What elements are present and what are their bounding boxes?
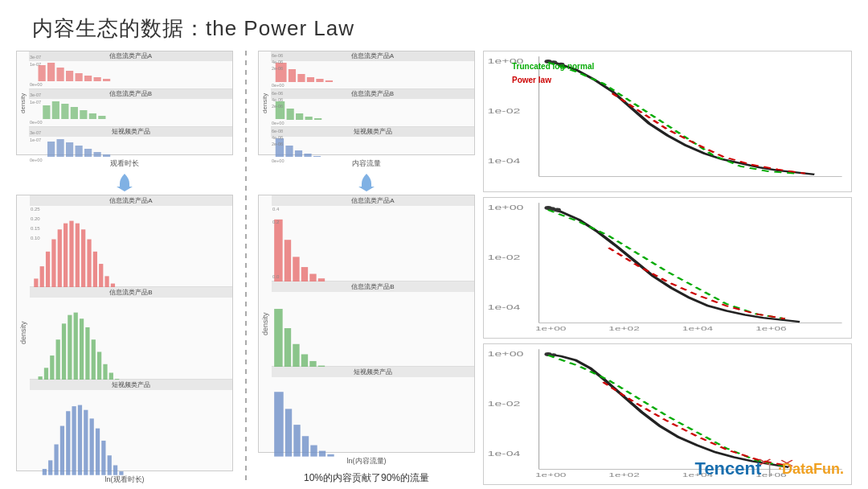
- mid-large-label-b: 信息流类产品B: [272, 281, 474, 292]
- svg-rect-102: [327, 454, 334, 457]
- mid-large-hist-a: [272, 217, 474, 291]
- svg-rect-67: [297, 74, 305, 82]
- svg-rect-7: [103, 79, 110, 81]
- svg-rect-41: [62, 324, 66, 383]
- svg-rect-80: [313, 156, 321, 157]
- down-arrow-left: [113, 172, 136, 191]
- mid-large-hist-c: [272, 388, 474, 462]
- svg-rect-70: [326, 80, 333, 82]
- svg-text:1e-02: 1e-02: [488, 107, 521, 115]
- svg-rect-46: [92, 340, 96, 383]
- svg-rect-74: [305, 117, 313, 120]
- svg-rect-43: [74, 313, 78, 383]
- mid-small-chart-b: [271, 99, 474, 123]
- mid-large-label-c: 短视频类产品: [272, 367, 474, 377]
- svg-text:1e+06: 1e+06: [755, 326, 786, 332]
- legend-truncated: Truncated log-normal: [512, 60, 594, 73]
- svg-text:1e+02: 1e+02: [608, 472, 639, 479]
- svg-rect-27: [63, 224, 68, 291]
- svg-rect-51: [43, 469, 47, 475]
- svg-rect-26: [58, 229, 62, 290]
- mid-small-label-b: 信息流类产品B: [271, 89, 474, 99]
- page-title: 内容生态的数据：the Power Law: [0, 0, 868, 51]
- svg-rect-30: [81, 229, 85, 290]
- tencent-logo: Tencent: [695, 458, 762, 479]
- vertical-divider: [244, 51, 247, 485]
- svg-rect-21: [103, 154, 110, 157]
- svg-rect-78: [295, 150, 302, 157]
- svg-point-117: [554, 208, 561, 212]
- svg-rect-11: [71, 107, 78, 119]
- svg-rect-68: [307, 77, 314, 82]
- mid-bottom-text: 10%的内容贡献了90%的流量: [258, 471, 475, 485]
- right-chart-2: 1e+00 1e-02 1e-04 1e+00 1e+02 1e+04 1e+0…: [483, 197, 852, 339]
- mid-large-label-a: 信息流类产品A: [272, 195, 474, 206]
- svg-rect-66: [289, 69, 296, 82]
- power-law-svg-2: 1e+00 1e-02 1e-04 1e+00 1e+02 1e+04 1e+0…: [484, 198, 851, 338]
- svg-text:1e-02: 1e-02: [488, 400, 521, 408]
- left-large-hist-b: [30, 309, 232, 388]
- left-large-label-a: 信息流类产品A: [30, 195, 232, 206]
- left-large-hist-a: [30, 217, 232, 297]
- svg-rect-24: [46, 252, 50, 291]
- svg-rect-99: [302, 437, 309, 457]
- left-arrow: [16, 172, 233, 191]
- svg-rect-28: [69, 221, 73, 291]
- svg-rect-15: [47, 142, 55, 157]
- svg-rect-20: [94, 152, 101, 157]
- svg-rect-60: [96, 428, 100, 475]
- svg-text:1e+00: 1e+00: [535, 472, 566, 479]
- mid-small-label-c: 短视频类产品: [271, 127, 474, 137]
- svg-rect-6: [94, 77, 101, 81]
- svg-rect-61: [101, 441, 105, 475]
- down-arrow-mid: [355, 172, 378, 191]
- svg-rect-19: [84, 149, 92, 157]
- svg-rect-52: [48, 460, 52, 475]
- svg-rect-97: [285, 409, 292, 457]
- svg-rect-73: [296, 113, 303, 120]
- svg-rect-45: [85, 327, 89, 383]
- svg-rect-0: [39, 65, 46, 81]
- left-small-charts: density 信息流类产品A 3e-07: [16, 51, 233, 155]
- svg-rect-58: [84, 409, 88, 475]
- datafun-logo: ·DataFun.: [778, 461, 844, 478]
- logo-divider: |: [768, 461, 772, 478]
- left-large-label-c: 短视频类产品: [30, 380, 232, 390]
- svg-rect-14: [98, 116, 105, 119]
- left-large-hist-c: [30, 401, 232, 481]
- mid-arrow: [258, 172, 475, 191]
- mid-large-charts: density 信息流类产品A 0.4: [258, 195, 475, 453]
- left-large-charts: density 信息流类产品A: [16, 195, 233, 471]
- right-chart-1: 1e+00 1e-02 1e-04 Truncated log-normal P…: [483, 51, 852, 192]
- svg-rect-55: [66, 411, 70, 475]
- svg-text:1e-02: 1e-02: [488, 253, 521, 261]
- svg-rect-53: [54, 444, 58, 475]
- svg-rect-32: [93, 252, 97, 291]
- svg-rect-69: [316, 79, 323, 82]
- svg-rect-40: [56, 340, 60, 383]
- svg-rect-54: [60, 425, 64, 475]
- mid-small-label-a: 信息流类产品A: [271, 51, 474, 61]
- svg-rect-17: [66, 142, 73, 157]
- left-small-chart-a: [29, 61, 232, 85]
- legend-box: Truncated log-normal Power law: [512, 60, 594, 87]
- legend-powerlaw: Power law: [512, 73, 594, 87]
- svg-rect-42: [68, 315, 72, 383]
- mid-small-charts: density 信息流类产品A 6e-06 4e-06 2e-06: [258, 51, 475, 155]
- right-column: 1e+00 1e-02 1e-04 Truncated log-normal P…: [483, 51, 852, 485]
- left-large-y-label: density: [17, 195, 30, 471]
- svg-rect-2: [57, 68, 64, 81]
- svg-rect-89: [274, 309, 283, 372]
- svg-rect-90: [285, 328, 291, 372]
- svg-rect-100: [310, 446, 317, 457]
- svg-rect-82: [285, 240, 291, 285]
- svg-rect-25: [51, 240, 55, 291]
- svg-rect-18: [76, 146, 83, 157]
- svg-rect-9: [52, 101, 59, 119]
- middle-column: density 信息流类产品A 6e-06 4e-06 2e-06: [258, 51, 475, 485]
- svg-rect-56: [72, 406, 76, 475]
- svg-rect-72: [287, 109, 294, 120]
- svg-rect-64: [119, 471, 123, 475]
- main-content: density 信息流类产品A 3e-07: [0, 51, 868, 485]
- svg-rect-96: [274, 392, 284, 457]
